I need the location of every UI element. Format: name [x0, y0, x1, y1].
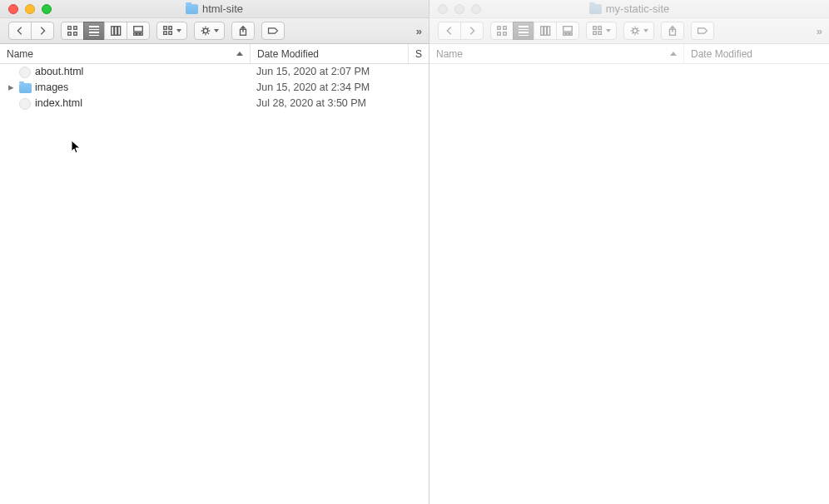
minimize-button[interactable] [454, 4, 464, 14]
svg-rect-29 [593, 32, 597, 35]
table-row[interactable]: about.html Jun 15, 2020 at 2:07 PM [0, 64, 429, 80]
svg-rect-5 [115, 27, 117, 36]
column-header-date[interactable]: Date Modified [250, 44, 408, 63]
svg-rect-9 [137, 33, 140, 36]
column-headers: Name Date Modified S [0, 44, 429, 64]
view-gallery-button[interactable] [127, 22, 150, 40]
maximize-button[interactable] [42, 4, 52, 14]
window-title: my-static-site [429, 2, 829, 15]
action-seg [194, 22, 225, 40]
view-icon-button[interactable] [490, 22, 514, 40]
svg-rect-23 [548, 27, 550, 36]
back-button[interactable] [438, 22, 461, 40]
disclosure-triangle[interactable]: ▸ [7, 80, 15, 96]
svg-rect-17 [498, 27, 501, 30]
file-name: index.html [35, 96, 82, 111]
view-gallery-button[interactable] [556, 22, 579, 40]
tags-button[interactable] [691, 22, 714, 40]
toolbar-overflow-button[interactable]: » [416, 18, 422, 43]
view-list-button[interactable] [513, 22, 534, 40]
svg-rect-31 [598, 32, 602, 35]
titlebar[interactable]: html-site [0, 0, 429, 18]
window-title: html-site [0, 2, 429, 15]
file-date: Jul 28, 2020 at 3:50 PM [250, 96, 408, 111]
svg-rect-11 [164, 27, 167, 30]
table-row[interactable]: index.html Jul 28, 2020 at 3:50 PM [0, 96, 429, 111]
svg-rect-28 [593, 27, 597, 30]
svg-point-15 [203, 28, 207, 32]
table-row[interactable]: ▸ images Jun 15, 2020 at 2:34 PM [0, 80, 429, 96]
maximize-button[interactable] [471, 4, 481, 14]
window-title-text: my-static-site [606, 2, 670, 15]
group-seg [586, 22, 617, 40]
view-seg [490, 22, 579, 40]
html-file-icon [18, 97, 32, 111]
svg-rect-24 [563, 27, 573, 32]
svg-point-32 [633, 28, 637, 32]
view-list-button[interactable] [83, 22, 105, 40]
traffic-lights [429, 4, 481, 14]
column-header-size[interactable]: S [408, 44, 429, 63]
svg-rect-12 [164, 32, 167, 35]
toolbar: » [429, 18, 829, 44]
nav-seg [8, 22, 54, 40]
svg-rect-6 [118, 27, 121, 36]
svg-rect-7 [134, 27, 143, 32]
group-button[interactable] [156, 22, 187, 40]
view-seg [61, 22, 150, 40]
svg-rect-13 [169, 27, 172, 30]
view-column-button[interactable] [534, 22, 557, 40]
nav-seg [438, 22, 484, 40]
close-button[interactable] [438, 4, 448, 14]
toolbar: » [0, 18, 429, 44]
tags-button[interactable] [261, 22, 285, 40]
minimize-button[interactable] [25, 4, 35, 14]
share-button[interactable] [231, 22, 255, 40]
action-seg [623, 22, 654, 40]
folder-icon [589, 4, 602, 14]
folder-icon [18, 82, 32, 95]
titlebar[interactable]: my-static-site [429, 0, 829, 18]
window-title-text: html-site [202, 2, 243, 15]
file-name: about.html [35, 64, 83, 80]
sort-ascending-icon [670, 52, 677, 56]
svg-rect-14 [169, 32, 172, 35]
finder-window-right: my-static-site » Name Date Modified [429, 0, 829, 504]
group-button[interactable] [586, 22, 617, 40]
svg-rect-30 [598, 27, 602, 30]
svg-rect-0 [68, 27, 72, 30]
back-button[interactable] [8, 22, 32, 40]
share-button[interactable] [661, 22, 684, 40]
svg-rect-25 [563, 33, 566, 36]
forward-button[interactable] [31, 22, 54, 40]
folder-icon [186, 4, 198, 14]
svg-rect-1 [74, 27, 77, 30]
svg-rect-26 [567, 33, 569, 36]
column-header-date[interactable]: Date Modified [683, 44, 829, 63]
svg-rect-21 [541, 27, 544, 36]
toolbar-overflow-button[interactable]: » [817, 18, 822, 43]
view-icon-button[interactable] [61, 22, 84, 40]
file-list[interactable] [429, 64, 829, 504]
file-name: images [35, 80, 68, 96]
action-button[interactable] [623, 22, 654, 40]
column-header-name[interactable]: Name [429, 44, 683, 63]
svg-rect-8 [134, 33, 137, 36]
file-list[interactable]: about.html Jun 15, 2020 at 2:07 PM ▸ ima… [0, 64, 429, 504]
svg-rect-20 [504, 32, 507, 36]
view-column-button[interactable] [104, 22, 127, 40]
svg-rect-2 [68, 32, 72, 36]
forward-button[interactable] [460, 22, 484, 40]
file-date: Jun 15, 2020 at 2:34 PM [250, 80, 408, 96]
svg-rect-27 [570, 33, 573, 36]
column-headers: Name Date Modified [429, 44, 829, 64]
svg-rect-18 [504, 27, 507, 30]
svg-rect-3 [74, 32, 77, 36]
action-button[interactable] [194, 22, 225, 40]
close-button[interactable] [8, 4, 18, 14]
sort-ascending-icon [236, 52, 243, 56]
column-header-name[interactable]: Name [0, 44, 250, 63]
svg-rect-4 [112, 27, 114, 36]
finder-window-left: html-site » Name Date Modified [0, 0, 429, 504]
svg-rect-10 [141, 33, 143, 36]
